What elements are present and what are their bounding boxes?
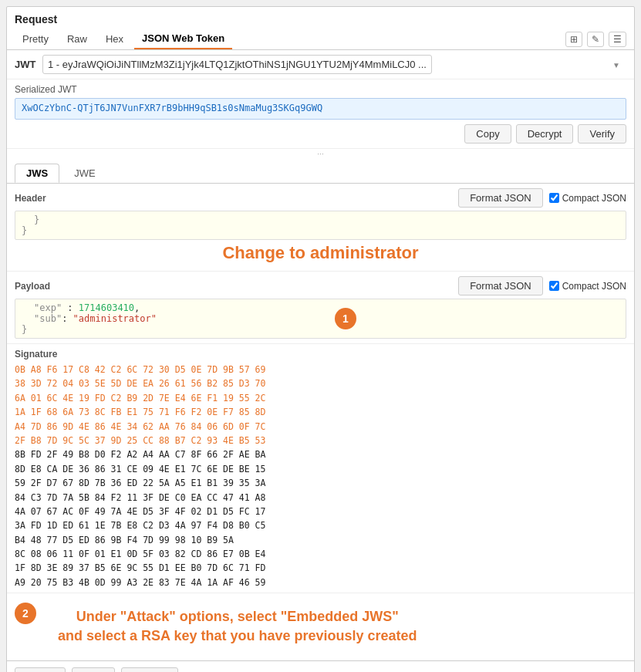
header-line-2: } xyxy=(22,225,619,236)
serialized-actions: Copy Decrypt Verify xyxy=(15,124,626,144)
tab-icons: ⊞ ✎ ☰ xyxy=(565,32,626,47)
header-section-header: Header Format JSON Compact JSON xyxy=(15,188,626,208)
header-section: Header Format JSON Compact JSON } } Chan… xyxy=(7,184,634,272)
header-format-json-button[interactable]: Format JSON xyxy=(458,188,542,208)
jwt-select[interactable]: 1 - eyJraWQiOiJiNTllMzM3Zi1jYjk4LTQ1Zjkt… xyxy=(42,55,432,74)
sig-row-15: A9 20 75 B3 4B 0D 99 A3 2E 83 7E 4A 1A A… xyxy=(15,576,626,589)
payload-section-header: Payload Format JSON Compact JSON xyxy=(15,276,626,295)
payload-format-json-button[interactable]: Format JSON xyxy=(458,276,542,295)
sig-row-0: 0B A8 F6 17 C8 42 C2 6C 72 30 D5 0E 7D 9… xyxy=(15,363,626,377)
decrypt-button[interactable]: Decrypt xyxy=(516,124,574,144)
signature-title: Signature xyxy=(15,349,626,360)
header-actions: Format JSON Compact JSON xyxy=(458,188,626,208)
payload-code-wrapper: "exp" : 1714603410, "sub": "administrato… xyxy=(15,299,626,339)
attack-overlay-line2: and select a RSA key that you have previ… xyxy=(58,628,417,643)
request-panel: Request Pretty Raw Hex JSON Web Token ⊞ … xyxy=(6,6,635,672)
sig-row-3: 1A 1F 68 6A 73 8C FB E1 75 71 F6 F2 0E F… xyxy=(15,405,626,419)
sub-tab-jws[interactable]: JWS xyxy=(15,164,59,183)
header-overlay: Change to administrator xyxy=(15,240,626,266)
payload-actions: Format JSON Compact JSON xyxy=(458,276,626,295)
payload-compact-json-text: Compact JSON xyxy=(562,281,626,292)
payload-line-3: } xyxy=(22,324,619,335)
header-compact-json-label[interactable]: Compact JSON xyxy=(549,193,626,204)
tab-hex[interactable]: Hex xyxy=(98,29,131,49)
sig-row-7: 8D E8 CA DE 36 86 31 CE 09 4E E1 7C 6E D… xyxy=(15,462,626,476)
attack-button[interactable]: Attack xyxy=(15,667,66,672)
header-title: Header xyxy=(15,193,46,204)
attack-overlay-line1: Under "Attack" options, select "Embedded… xyxy=(76,609,399,624)
header-line-1: } xyxy=(22,214,619,225)
sign-button[interactable]: Sign xyxy=(72,667,115,672)
sig-row-13: 8C 08 06 11 0F 01 E1 0D 5F 03 82 CD 86 E… xyxy=(15,547,626,561)
sig-row-8: 59 2F D7 67 8D 7B 36 ED 22 5A A5 E1 B1 3… xyxy=(15,476,626,490)
serialized-label: Serialized JWT xyxy=(15,84,626,95)
tab-jwt[interactable]: JSON Web Token xyxy=(134,29,232,49)
payload-line-2: "sub": "administrator" xyxy=(22,313,619,324)
sig-row-4: A4 7D 86 9D 4E 86 4E 34 62 AA 76 84 06 6… xyxy=(15,420,626,434)
badge-1: 1 xyxy=(335,308,356,329)
sig-row-12: B4 48 77 D5 ED 86 9B F4 7D 99 98 10 B9 5… xyxy=(15,533,626,547)
signature-hex: 0B A8 F6 17 C8 42 C2 6C 72 30 D5 0E 7D 9… xyxy=(15,363,626,589)
tab-pretty[interactable]: Pretty xyxy=(15,29,56,49)
copy-button[interactable]: Copy xyxy=(464,124,511,144)
payload-section: Payload Format JSON Compact JSON "exp" :… xyxy=(7,272,634,344)
sig-row-14: 1F 8D 3E 89 37 B5 6E 9C 55 D1 EE B0 7D 6… xyxy=(15,561,626,575)
attack-overlay-row: 2 Under "Attack" options, select "Embedd… xyxy=(15,599,626,653)
serialized-section: Serialized JWT XwOCzYbnC-QTjT6JN7VunFXR7… xyxy=(7,79,634,149)
jwt-label: JWT xyxy=(15,59,38,70)
attack-overlay-section: 2 Under "Attack" options, select "Embedd… xyxy=(7,593,634,660)
sub-tab-jwe[interactable]: JWE xyxy=(62,164,106,183)
sub-tab-bar: JWS JWE xyxy=(7,159,634,184)
payload-code: "exp" : 1714603410, "sub": "administrato… xyxy=(15,299,626,339)
sig-row-1: 38 3D 72 04 03 5E 5D DE EA 26 61 56 B2 8… xyxy=(15,377,626,390)
sig-row-10: 4A 07 67 AC 0F 49 7A 4E D5 3F 4F 02 D1 D… xyxy=(15,505,626,518)
verify-button[interactable]: Verify xyxy=(578,124,626,144)
payload-compact-json-checkbox[interactable] xyxy=(549,281,559,291)
badge-2: 2 xyxy=(15,603,36,624)
table-icon-btn[interactable]: ⊞ xyxy=(565,32,582,47)
signature-section: Signature 0B A8 F6 17 C8 42 C2 6C 72 30 … xyxy=(7,344,634,593)
sig-row-5: 2F B8 7D 9C 5C 37 9D 25 CC 88 B7 C2 93 4… xyxy=(15,434,626,447)
encrypt-button[interactable]: Encrypt xyxy=(121,667,178,672)
bottom-bar: Attack Sign Encrypt xyxy=(7,660,634,672)
menu-icon-btn[interactable]: ☰ xyxy=(609,32,626,47)
sig-row-9: 84 C3 7D 7A 5B 84 F2 11 3F DE C0 EA CC 4… xyxy=(15,491,626,505)
panel-title: Request xyxy=(7,7,634,29)
tab-bar: Pretty Raw Hex JSON Web Token ⊞ ✎ ☰ xyxy=(7,29,634,50)
attack-overlay-text: Under "Attack" options, select "Embedded… xyxy=(42,599,433,653)
pencil-icon-btn[interactable]: ✎ xyxy=(587,32,604,47)
jwt-select-wrapper: 1 - eyJraWQiOiJiNTllMzM3Zi1jYjk4LTQ1Zjkt… xyxy=(42,55,626,74)
tab-raw[interactable]: Raw xyxy=(59,29,95,49)
sig-row-6: 8B FD 2F 49 B8 D0 F2 A2 A4 AA C7 8F 66 2… xyxy=(15,447,626,461)
payload-line-1: "exp" : 1714603410, xyxy=(22,302,619,313)
payload-compact-json-label[interactable]: Compact JSON xyxy=(549,281,626,292)
resize-handle[interactable]: ··· xyxy=(7,149,634,159)
header-compact-json-text: Compact JSON xyxy=(562,193,626,204)
payload-title: Payload xyxy=(15,281,50,292)
sig-row-11: 3A FD 1D ED 61 1E 7B E8 C2 D3 4A 97 F4 D… xyxy=(15,518,626,532)
jwt-row: JWT 1 - eyJraWQiOiJiNTllMzM3Zi1jYjk4LTQ1… xyxy=(7,50,634,79)
header-compact-json-checkbox[interactable] xyxy=(549,193,559,203)
header-code: } } xyxy=(15,211,626,240)
serialized-value: XwOCzYbnC-QTjT6JN7VunFXR7rB9bHH9qSB1s0sN… xyxy=(15,98,626,120)
sig-row-2: 6A 01 6C 4E 19 FD C2 B9 2D 7E E4 6E F1 1… xyxy=(15,391,626,405)
